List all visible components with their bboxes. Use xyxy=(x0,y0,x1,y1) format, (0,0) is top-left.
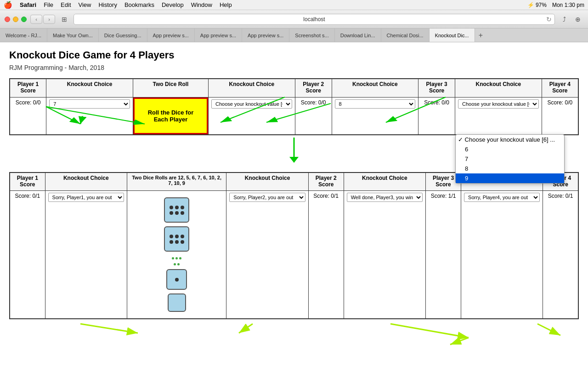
bot-player1-knockout-cell: Sorry, Player1, you are out xyxy=(45,191,127,319)
bot-player1-score: Score: 0/1 xyxy=(10,191,45,319)
header-player2-score: Player 2Score xyxy=(295,79,332,97)
sidebar-toggle[interactable]: ⊞ xyxy=(59,14,70,25)
die-2 xyxy=(164,226,189,252)
forward-button[interactable]: › xyxy=(43,15,55,24)
header-player4-score: Player 4Score xyxy=(542,79,578,97)
menu-window[interactable]: Window xyxy=(191,1,212,8)
window-controls[interactable] xyxy=(5,17,27,22)
player2-score: Score: 0/0 xyxy=(295,97,332,135)
top-game-table: Player 1Score Knockout Choice Two Dice R… xyxy=(9,78,579,135)
tab-make-your-own[interactable]: Make Your Own... xyxy=(47,29,99,42)
dot xyxy=(175,235,179,238)
nav-buttons[interactable]: ‹ › xyxy=(30,15,55,24)
menu-develop[interactable]: Develop xyxy=(162,1,184,8)
reload-button[interactable]: ↻ xyxy=(546,16,552,23)
down-arrow-svg xyxy=(280,138,308,165)
bot-player1-knockout-select[interactable]: Sorry, Player1, you are out xyxy=(48,193,124,202)
bot-player4-score: Score: 0/1 xyxy=(543,191,578,319)
menu-history[interactable]: History xyxy=(98,1,117,8)
dice-display-cell xyxy=(127,191,226,319)
tab-knockout[interactable]: Knockout Dic... xyxy=(430,29,475,42)
bot-header-knockout-1: Knockout Choice xyxy=(45,172,127,191)
player3-knockout-select-cell: 8 xyxy=(332,97,418,135)
share-icon[interactable]: ⤴ xyxy=(559,14,570,25)
page-subtitle: RJM Programming - March, 2018 xyxy=(9,64,579,71)
header-knockout-2: Knockout Choice xyxy=(209,79,295,97)
die-1 xyxy=(164,197,189,223)
bot-header-two-dice: Two Dice Rolls are 12, 5, 6, 7, 6, 10, 2… xyxy=(127,172,226,191)
menu-safari[interactable]: Safari xyxy=(20,1,36,8)
player4-knockout-dropdown[interactable]: Choose your knockout value [6] ... 6 7 8… xyxy=(455,134,565,184)
back-button[interactable]: ‹ xyxy=(30,15,42,24)
new-tab-icon[interactable]: ⊕ xyxy=(572,14,583,25)
tab-dice-guessing[interactable]: Dice Guessing... xyxy=(99,29,147,42)
bottom-section: Player 1Score Knockout Choice Two Dice R… xyxy=(9,172,579,358)
bot-player2-score: Score: 0/1 xyxy=(308,191,344,319)
header-two-dice: Two Dice Roll xyxy=(133,79,208,97)
roll-dice-button[interactable]: Roll the Dice for Each Player xyxy=(133,98,208,134)
menu-view[interactable]: View xyxy=(79,1,91,8)
tab-chemical[interactable]: Chemical Dosi... xyxy=(381,29,430,42)
battery-status: ⚡ 97% xyxy=(527,2,547,8)
small-dot xyxy=(175,257,178,259)
player2-knockout-select[interactable]: Choose your knockout value [6] ... xyxy=(211,99,292,109)
toolbar-right: ⤴ ⊕ xyxy=(559,14,583,25)
browser-tabs[interactable]: Welcome - RJ... Make Your Own... Dice Gu… xyxy=(0,29,588,42)
player3-knockout-select[interactable]: 8 xyxy=(335,99,416,109)
bot-player3-knockout-select[interactable]: Well done, Player3, you win alone xyxy=(347,193,423,202)
player4-knockout-select[interactable]: Choose your knockout value [6] ... xyxy=(458,99,539,109)
die-4 xyxy=(168,293,186,312)
tab-download[interactable]: Download Lin... xyxy=(335,29,381,42)
menu-help[interactable]: Help xyxy=(220,1,232,8)
header-knockout-4: Knockout Choice xyxy=(455,79,542,97)
apple-menu[interactable]: 🍎 xyxy=(4,1,12,9)
tab-app-preview-1[interactable]: App preview s... xyxy=(147,29,195,42)
dot xyxy=(170,211,173,215)
player3-score: Score: 0/0 xyxy=(418,97,455,135)
minimize-button[interactable] xyxy=(13,17,18,22)
header-player3-score: Player 3Score xyxy=(418,79,455,97)
player4-score: Score: 0/0 xyxy=(542,97,578,135)
dot xyxy=(175,278,179,282)
svg-marker-3 xyxy=(289,157,299,163)
dot xyxy=(181,235,184,238)
tab-app-preview-3[interactable]: App preview s... xyxy=(242,29,289,42)
player1-score: Score: 0/0 xyxy=(10,97,46,135)
url-bar[interactable]: localhost ↻ xyxy=(74,14,555,25)
dot xyxy=(175,211,179,215)
dot xyxy=(170,235,173,238)
dd-item-6[interactable]: 6 xyxy=(456,144,564,154)
clock: Mon 1:30 pm xyxy=(552,2,584,8)
dot xyxy=(175,240,179,244)
menubar: 🍎 Safari File Edit View History Bookmark… xyxy=(0,0,588,10)
dd-item-8[interactable]: 8 xyxy=(456,164,564,173)
dot xyxy=(181,240,184,244)
menu-file[interactable]: File xyxy=(44,1,53,8)
dd-item-9[interactable]: 9 xyxy=(456,173,564,183)
dd-item-7[interactable]: 7 xyxy=(456,154,564,164)
small-dot xyxy=(177,263,180,265)
dot xyxy=(170,240,173,244)
bot-header-knockout-2: Knockout Choice xyxy=(226,172,308,191)
dot xyxy=(181,206,184,209)
tab-screenshot[interactable]: Screenshot s... xyxy=(289,29,334,42)
menu-bookmarks[interactable]: Bookmarks xyxy=(124,1,154,8)
bot-player2-knockout-cell: Sorry, Player2, you are out xyxy=(226,191,308,319)
maximize-button[interactable] xyxy=(21,17,27,22)
tab-app-preview-2[interactable]: App preview s... xyxy=(195,29,242,42)
player1-knockout-select[interactable]: 7 xyxy=(49,99,130,109)
bottom-arrows-svg xyxy=(9,319,579,356)
small-dot xyxy=(174,263,176,265)
dd-item-choose[interactable]: Choose your knockout value [6] ... xyxy=(456,135,564,144)
tab-welcome[interactable]: Welcome - RJ... xyxy=(0,29,47,42)
bot-player2-knockout-select[interactable]: Sorry, Player2, you are out xyxy=(229,193,305,202)
player1-knockout-select-cell: 7 xyxy=(46,97,133,135)
dice-roll-cell: Roll the Dice for Each Player xyxy=(133,97,208,135)
new-tab-button[interactable]: + xyxy=(475,29,486,42)
player2-knockout-select-cell: Choose your knockout value [6] ... xyxy=(209,97,295,135)
close-button[interactable] xyxy=(5,17,10,22)
menu-edit[interactable]: Edit xyxy=(61,1,71,8)
menubar-right: ⚡ 97% Mon 1:30 pm xyxy=(527,2,584,8)
bot-player4-knockout-select[interactable]: Sorry, Player4, you are out xyxy=(464,193,540,202)
dice-display-area xyxy=(130,193,223,316)
